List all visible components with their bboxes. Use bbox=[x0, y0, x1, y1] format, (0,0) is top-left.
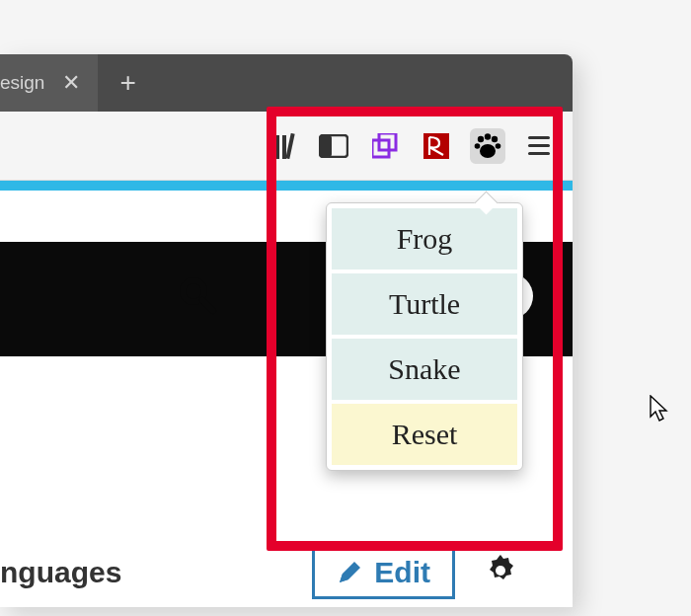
popup-item-frog[interactable]: Frog bbox=[332, 208, 517, 270]
svg-line-16 bbox=[202, 300, 213, 311]
svg-point-9 bbox=[478, 135, 484, 141]
hamburger-icon bbox=[528, 136, 550, 155]
sidebar-toggle-icon[interactable] bbox=[316, 128, 351, 164]
svg-point-13 bbox=[496, 143, 501, 149]
svg-point-11 bbox=[492, 135, 498, 141]
svg-rect-3 bbox=[285, 133, 294, 159]
settings-button[interactable] bbox=[483, 553, 518, 592]
browser-toolbar bbox=[0, 112, 573, 181]
accent-bar bbox=[0, 181, 573, 191]
svg-rect-0 bbox=[269, 135, 272, 159]
paw-extension-icon[interactable] bbox=[470, 128, 505, 164]
edit-label: Edit bbox=[374, 556, 430, 589]
svg-rect-5 bbox=[320, 135, 332, 157]
mouse-cursor-icon bbox=[650, 395, 669, 426]
page-action-row: nguages Edit bbox=[0, 538, 573, 607]
extension-popup: Frog Turtle Snake Reset bbox=[326, 202, 523, 471]
pdf-icon[interactable] bbox=[419, 128, 454, 164]
popup-item-turtle[interactable]: Turtle bbox=[332, 273, 517, 335]
svg-point-10 bbox=[485, 133, 491, 139]
browser-tab[interactable]: esign ✕ bbox=[0, 54, 98, 112]
copy-stack-icon[interactable] bbox=[367, 128, 403, 164]
popup-item-snake[interactable]: Snake bbox=[332, 339, 517, 400]
gear-icon bbox=[483, 553, 518, 588]
svg-rect-1 bbox=[275, 135, 279, 159]
library-icon[interactable] bbox=[265, 128, 300, 164]
new-tab-button[interactable]: + bbox=[98, 67, 157, 99]
pencil-icon bbox=[337, 560, 362, 585]
svg-rect-8 bbox=[423, 133, 449, 159]
search-icon[interactable] bbox=[178, 275, 217, 319]
menu-icon[interactable] bbox=[521, 128, 557, 164]
svg-point-19 bbox=[496, 566, 505, 576]
tab-label: esign bbox=[0, 72, 44, 94]
svg-point-14 bbox=[480, 144, 496, 158]
close-tab-icon[interactable]: ✕ bbox=[58, 68, 84, 98]
svg-rect-2 bbox=[282, 135, 286, 159]
edit-button[interactable]: Edit bbox=[312, 546, 455, 599]
languages-label: nguages bbox=[0, 556, 121, 589]
tab-strip: esign ✕ + bbox=[0, 54, 573, 112]
popup-item-reset[interactable]: Reset bbox=[332, 404, 517, 465]
svg-point-12 bbox=[475, 143, 481, 149]
